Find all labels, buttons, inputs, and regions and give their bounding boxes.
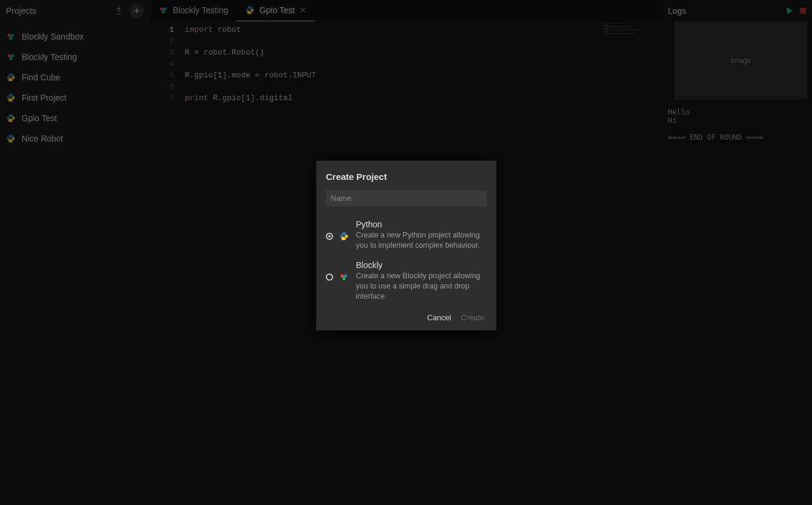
svg-point-23 [342,277,345,280]
create-project-dialog: Create Project PythonCreate a new Python… [316,161,496,330]
radio-blockly[interactable] [326,273,333,281]
create-button[interactable]: Create [461,313,484,322]
blockly-icon [339,272,350,282]
option-title: Blockly [356,260,487,270]
option-description: Create a new Python project allowing you… [356,230,487,251]
project-type-option-blockly[interactable]: BlocklyCreate a new Blockly project allo… [316,255,496,306]
python-icon [339,232,350,241]
project-type-option-python[interactable]: PythonCreate a new Python project allowi… [316,215,496,255]
svg-point-22 [344,274,347,277]
svg-point-19 [342,233,343,234]
radio-python[interactable] [326,233,333,240]
project-name-input[interactable] [326,190,487,206]
svg-point-20 [345,239,346,239]
cancel-button[interactable]: Cancel [427,313,451,322]
svg-point-21 [341,274,344,277]
option-title: Python [356,220,487,229]
dialog-title: Create Project [316,172,496,190]
option-description: Create a new Blockly project allowing yo… [356,271,487,302]
